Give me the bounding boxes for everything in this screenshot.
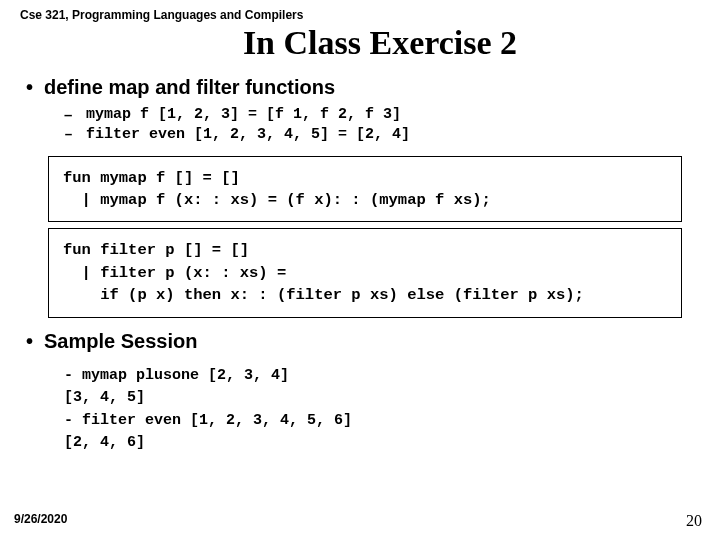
bullet-sample-text: Sample Session [44,330,197,353]
bullet-icon: • [26,76,44,99]
code-box-mymap: fun mymap f [] = [] | mymap f (x: : xs) … [48,156,682,223]
sample-line: - filter even [1, 2, 3, 4, 5, 6] [64,410,700,433]
bullet-sample: • Sample Session [26,330,700,353]
dash-icon: – [64,105,86,125]
footer: 9/26/2020 20 [14,512,702,530]
sample-line: [3, 4, 5] [64,387,700,410]
example-filter: – filter even [1, 2, 3, 4, 5] = [2, 4] [64,125,700,145]
dash-icon: – [64,125,86,145]
section-sample: • Sample Session - mymap plusone [2, 3, … [26,330,700,455]
page-number: 20 [686,512,702,530]
code-box-filter: fun filter p [] = [] | filter p (x: : xs… [48,228,682,317]
section-define: • define map and filter functions – myma… [26,76,700,146]
page-title: In Class Exercise 2 [60,24,700,62]
course-header: Cse 321, Programming Languages and Compi… [20,8,700,22]
example-mymap-text: mymap f [1, 2, 3] = [f 1, f 2, f 3] [86,105,401,125]
example-mymap: – mymap f [1, 2, 3] = [f 1, f 2, f 3] [64,105,700,125]
sample-line: [2, 4, 6] [64,432,700,455]
bullet-icon: • [26,330,44,353]
example-filter-text: filter even [1, 2, 3, 4, 5] = [2, 4] [86,125,410,145]
define-examples: – mymap f [1, 2, 3] = [f 1, f 2, f 3] – … [64,105,700,146]
bullet-define-text: define map and filter functions [44,76,335,99]
sample-line: - mymap plusone [2, 3, 4] [64,365,700,388]
footer-date: 9/26/2020 [14,512,67,530]
sample-session: - mymap plusone [2, 3, 4] [3, 4, 5] - fi… [64,365,700,455]
bullet-define: • define map and filter functions [26,76,700,99]
